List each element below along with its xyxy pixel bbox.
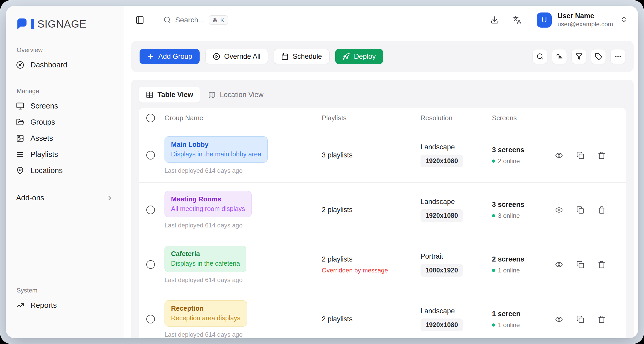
duplicate-group-button[interactable] <box>576 206 584 214</box>
deploy-label: Deploy <box>354 53 376 61</box>
page-content: Add Group Override All Schedule <box>124 34 638 338</box>
select-all-checkbox[interactable] <box>146 114 155 122</box>
search-icon <box>163 16 171 24</box>
playlists-count: 2 playlists <box>322 206 420 214</box>
playlists-cell: 3 playlists <box>322 151 420 159</box>
sidebar-item-locations[interactable]: Locations <box>16 162 113 179</box>
add-group-button[interactable]: Add Group <box>140 49 200 64</box>
group-badge[interactable]: Main Lobby Displays in the main lobby ar… <box>165 136 268 163</box>
override-all-button[interactable]: Override All <box>205 49 268 64</box>
resolution-cell: Landscape 1920x1080 <box>420 143 492 167</box>
view-group-button[interactable] <box>555 261 563 269</box>
row-checkbox[interactable] <box>146 151 155 160</box>
map-icon <box>208 91 216 99</box>
delete-group-button[interactable] <box>598 206 606 214</box>
last-deployed-text: Last deployed 614 days ago <box>165 331 322 338</box>
filter-button[interactable] <box>571 49 586 64</box>
user-email: user@example.com <box>557 20 613 28</box>
screens-count: 1 screen <box>492 310 553 318</box>
download-button[interactable] <box>490 16 499 24</box>
column-header-group-name: Group Name <box>165 114 322 122</box>
table-body: Main Lobby Displays in the main lobby ar… <box>139 128 626 338</box>
eye-icon <box>555 261 563 269</box>
online-dot-icon <box>492 323 495 327</box>
header-actions: U User Name user@example.com <box>476 12 627 28</box>
nav-section-system: System <box>17 287 113 294</box>
online-status: 2 online <box>492 157 553 165</box>
search-input[interactable]: Search... ⌘ K <box>163 15 228 25</box>
ellipsis-icon <box>614 53 622 60</box>
online-dot-icon <box>492 214 495 217</box>
tag-icon <box>595 53 602 60</box>
screens-cell: 1 screen 1 online <box>492 310 553 329</box>
duplicate-group-button[interactable] <box>576 261 584 269</box>
monitor-icon <box>16 102 24 110</box>
table-search-button[interactable] <box>533 49 547 64</box>
row-actions <box>553 261 626 269</box>
group-badge[interactable]: Cafeteria Displays in the cafeteria <box>165 246 246 272</box>
view-group-button[interactable] <box>555 315 563 323</box>
user-menu[interactable]: User Name user@example.com <box>557 12 613 28</box>
online-count: 1 online <box>498 267 520 274</box>
tags-button[interactable] <box>591 49 606 64</box>
group-name-cell: Cafeteria Displays in the cafeteria Last… <box>165 246 322 284</box>
nav-section-overview: Overview <box>17 46 113 54</box>
trending-up-icon <box>16 301 24 309</box>
deploy-button[interactable]: Deploy <box>335 49 383 64</box>
sidebar-item-label: Dashboard <box>30 61 67 69</box>
sidebar-item-dashboard[interactable]: Dashboard <box>16 57 113 73</box>
sidebar-item-playlists[interactable]: Playlists <box>16 146 113 162</box>
row-actions <box>553 206 626 214</box>
sidebar-item-screens[interactable]: Screens <box>16 98 113 114</box>
view-tabs: Table View Location View <box>139 87 626 103</box>
user-menu-toggle[interactable] <box>620 16 627 24</box>
duplicate-group-button[interactable] <box>576 315 584 323</box>
row-checkbox[interactable] <box>146 206 155 214</box>
sort-button[interactable] <box>552 49 567 64</box>
row-checkbox[interactable] <box>146 315 155 323</box>
trash-icon <box>598 315 606 323</box>
delete-group-button[interactable] <box>598 151 606 159</box>
gauge-icon <box>16 61 24 69</box>
playlists-count: 2 playlists <box>322 255 420 263</box>
user-avatar[interactable]: U <box>537 12 552 28</box>
sidebar-item-groups[interactable]: Groups <box>16 114 113 130</box>
table-row: Reception Reception area displays Last d… <box>139 292 626 338</box>
folder-open-icon <box>16 118 24 126</box>
duplicate-group-button[interactable] <box>576 151 584 159</box>
delete-group-button[interactable] <box>598 315 606 323</box>
row-checkbox[interactable] <box>146 260 155 269</box>
image-icon <box>16 134 24 142</box>
sidebar-item-addons[interactable]: Add-ons <box>16 194 113 202</box>
playlists-cell: 2 playlists <box>322 206 420 214</box>
screens-cell: 3 screens 3 online <box>492 201 553 219</box>
sidebar-item-assets[interactable]: Assets <box>16 130 113 146</box>
view-group-button[interactable] <box>555 151 563 159</box>
resolution-cell: Landscape 1920x1080 <box>420 198 492 222</box>
group-badge[interactable]: Reception Reception area displays <box>165 300 247 327</box>
sidebar-item-label: Screens <box>30 102 58 110</box>
group-name: Main Lobby <box>171 141 261 149</box>
tab-table-view[interactable]: Table View <box>139 87 200 103</box>
view-group-button[interactable] <box>555 206 563 214</box>
trash-icon <box>598 206 606 214</box>
override-status: Overridden by message <box>322 267 420 274</box>
brand-logo[interactable]: SIGNAGE <box>6 6 124 30</box>
sidebar-toggle-button[interactable] <box>135 16 144 24</box>
column-header-playlists: Playlists <box>322 114 420 122</box>
trash-icon <box>598 151 606 159</box>
tab-label: Location View <box>220 91 264 99</box>
map-pin-icon <box>16 167 24 175</box>
sidebar-item-reports[interactable]: Reports <box>16 297 113 313</box>
more-options-button[interactable] <box>610 49 625 64</box>
language-button[interactable] <box>513 16 522 24</box>
tab-location-view[interactable]: Location View <box>205 87 267 103</box>
delete-group-button[interactable] <box>598 261 606 269</box>
orientation-label: Landscape <box>420 307 492 315</box>
group-badge[interactable]: Meeting Rooms All meeting room displays <box>165 191 252 217</box>
override-all-label: Override All <box>224 53 261 61</box>
chevrons-up-down-icon <box>620 16 627 23</box>
sidebar-item-label: Playlists <box>30 150 58 159</box>
chevron-right-icon <box>106 194 113 202</box>
schedule-button[interactable]: Schedule <box>274 49 330 64</box>
